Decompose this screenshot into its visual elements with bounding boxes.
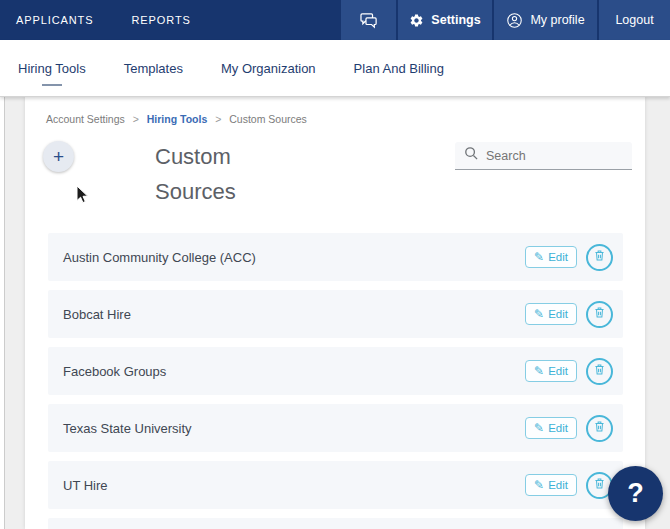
add-source-button[interactable]: +	[43, 141, 74, 172]
pencil-icon: ✎	[534, 308, 544, 320]
source-name: Austin Community College (ACC)	[63, 250, 525, 265]
search-icon	[464, 146, 479, 165]
delete-button[interactable]	[586, 358, 613, 385]
custom-sources-panel: Account Settings > Hiring Tools > Custom…	[25, 97, 645, 529]
breadcrumb-separator: >	[215, 113, 221, 125]
trash-icon	[593, 306, 606, 322]
settings-label: Settings	[431, 13, 480, 27]
pencil-icon: ✎	[534, 365, 544, 377]
source-name: Facebook Groups	[63, 364, 525, 379]
chat-button[interactable]	[339, 0, 396, 40]
delete-button[interactable]	[586, 244, 613, 271]
top-nav-right: Settings My profile Logout	[339, 0, 670, 40]
nav-reports[interactable]: REPORTS	[131, 14, 190, 26]
search-input[interactable]	[486, 149, 623, 163]
nav-applicants[interactable]: APPLICANTS	[16, 14, 93, 26]
source-row: UT Hire ✎ Edit	[48, 461, 623, 509]
edit-button-label: Edit	[548, 365, 568, 377]
my-profile-label: My profile	[530, 13, 584, 27]
tab-my-organization[interactable]: My Organization	[221, 51, 316, 86]
source-row: ✎ Edit	[48, 518, 623, 529]
source-list: Austin Community College (ACC) ✎ Edit Bo…	[48, 233, 623, 529]
source-name: Texas State University	[63, 421, 525, 436]
search-field[interactable]	[455, 142, 632, 170]
chat-bubbles-icon	[359, 11, 379, 29]
top-navigation-bar: APPLICANTS REPORTS Settings	[0, 0, 670, 40]
breadcrumb: Account Settings > Hiring Tools > Custom…	[46, 113, 307, 125]
trash-icon	[593, 249, 606, 265]
source-name: UT Hire	[63, 478, 525, 493]
logout-label: Logout	[615, 13, 653, 27]
edit-button[interactable]: ✎ Edit	[525, 417, 577, 439]
top-nav-left: APPLICANTS REPORTS	[0, 0, 339, 40]
row-actions: ✎ Edit	[525, 244, 613, 271]
profile-icon	[506, 12, 523, 29]
page-left-gutter	[0, 97, 5, 529]
trash-icon	[593, 363, 606, 379]
breadcrumb-custom-sources: Custom Sources	[229, 113, 307, 125]
edit-button[interactable]: ✎ Edit	[525, 360, 577, 382]
edit-button[interactable]: ✎ Edit	[525, 474, 577, 496]
pencil-icon: ✎	[534, 251, 544, 263]
tab-hiring-tools[interactable]: Hiring Tools	[18, 51, 86, 86]
trash-icon	[593, 477, 606, 493]
row-actions: ✎ Edit	[525, 472, 613, 499]
tab-plan-and-billing[interactable]: Plan And Billing	[354, 51, 444, 86]
source-row: Bobcat Hire ✎ Edit	[48, 290, 623, 338]
delete-button[interactable]	[586, 415, 613, 442]
tab-templates[interactable]: Templates	[124, 51, 183, 86]
edit-button-label: Edit	[548, 308, 568, 320]
edit-button[interactable]: ✎ Edit	[525, 246, 577, 268]
settings-button[interactable]: Settings	[396, 0, 492, 40]
source-row: Texas State University ✎ Edit	[48, 404, 623, 452]
pencil-icon: ✎	[534, 422, 544, 434]
edit-button-label: Edit	[548, 479, 568, 491]
gear-icon	[409, 13, 424, 28]
row-actions: ✎ Edit	[525, 358, 613, 385]
page-title: Custom Sources	[155, 139, 267, 209]
row-actions: ✎ Edit	[525, 415, 613, 442]
edit-button[interactable]: ✎ Edit	[525, 303, 577, 325]
source-row: Facebook Groups ✎ Edit	[48, 347, 623, 395]
my-profile-button[interactable]: My profile	[492, 0, 597, 40]
breadcrumb-separator: >	[133, 113, 139, 125]
breadcrumb-hiring-tools[interactable]: Hiring Tools	[147, 113, 207, 125]
pencil-icon: ✎	[534, 479, 544, 491]
source-row: Austin Community College (ACC) ✎ Edit	[48, 233, 623, 281]
delete-button[interactable]	[586, 301, 613, 328]
breadcrumb-account-settings[interactable]: Account Settings	[46, 113, 125, 125]
edit-button-label: Edit	[548, 251, 568, 263]
logout-button[interactable]: Logout	[597, 0, 670, 40]
edit-button-label: Edit	[548, 422, 568, 434]
trash-icon	[593, 420, 606, 436]
row-actions: ✎ Edit	[525, 301, 613, 328]
settings-tab-bar: Hiring Tools Templates My Organization P…	[0, 40, 670, 97]
help-button[interactable]: ?	[608, 466, 663, 521]
source-name: Bobcat Hire	[63, 307, 525, 322]
